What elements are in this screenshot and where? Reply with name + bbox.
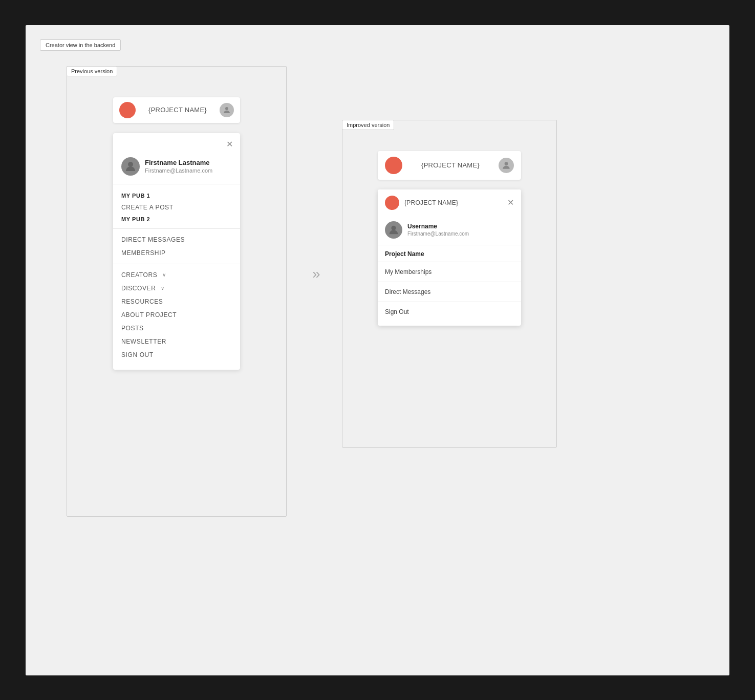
previous-dropdown: ✕ Firstname Lastname Firstname@Lastname.… — [113, 133, 240, 370]
previous-nav-logo — [119, 102, 136, 118]
page-label: Creator view in the backend — [40, 39, 121, 51]
svg-point-1 — [128, 162, 133, 167]
previous-pub1-header: MY PUB 1 — [113, 190, 240, 201]
improved-my-memberships[interactable]: My Memberships — [378, 264, 521, 280]
previous-user-name: Firstname Lastname — [145, 159, 212, 167]
improved-nav-title: {PROJECT NAME} — [402, 161, 499, 169]
improved-user-section: Username Firstname@Lastname.com — [378, 216, 521, 245]
improved-user-name: Username — [407, 223, 469, 231]
improved-user-email: Firstname@Lastname.com — [407, 231, 469, 237]
previous-panel: Previous version {PROJECT NAME} ✕ — [67, 66, 287, 517]
improved-dropdown: {PROJECT NAME} ✕ Username Firstname@Last… — [378, 189, 521, 326]
previous-divider-2 — [113, 264, 240, 264]
previous-discover[interactable]: DISCOVER ∨ — [113, 282, 240, 295]
previous-user-section: Firstname Lastname Firstname@Lastname.co… — [113, 153, 240, 184]
improved-nav-avatar[interactable] — [499, 158, 514, 173]
previous-create-post[interactable]: CREATE A POST — [113, 201, 240, 214]
previous-creators[interactable]: CREATORS ∨ — [113, 268, 240, 282]
svg-point-3 — [391, 225, 396, 230]
improved-direct-messages[interactable]: Direct Messages — [378, 284, 521, 300]
previous-divider-1 — [113, 228, 240, 229]
arrow-symbol: » — [312, 266, 320, 282]
previous-nav-avatar[interactable] — [220, 103, 234, 117]
improved-divider-3 — [378, 302, 521, 302]
improved-sign-out[interactable]: Sign Out — [378, 304, 521, 320]
previous-newsletter[interactable]: NEWSLETTER — [113, 335, 240, 348]
improved-divider-2 — [378, 282, 521, 282]
previous-posts[interactable]: POSTS — [113, 322, 240, 335]
previous-user-email: Firstname@Lastname.com — [145, 167, 212, 174]
previous-sign-out[interactable]: SIGN OUT — [113, 348, 240, 362]
improved-divider-1 — [378, 262, 521, 262]
svg-point-2 — [505, 162, 508, 165]
improved-nav-logo — [385, 157, 402, 174]
arrow-indicator: » — [312, 266, 320, 282]
creators-chevron: ∨ — [162, 272, 166, 278]
improved-panel: Improved version {PROJECT NAME} {PROJECT… — [342, 120, 557, 448]
previous-about-project[interactable]: ABOUT PROJECT — [113, 308, 240, 322]
discover-chevron: ∨ — [161, 285, 165, 291]
improved-dropdown-logo — [385, 196, 399, 210]
main-canvas: Creator view in the backend Previous ver… — [26, 25, 729, 675]
previous-pub2-header: MY PUB 2 — [113, 214, 240, 224]
improved-dropdown-header: {PROJECT NAME} ✕ — [378, 189, 521, 216]
previous-direct-messages[interactable]: DIRECT MESSAGES — [113, 233, 240, 246]
previous-close-button[interactable]: ✕ — [113, 133, 240, 153]
improved-close-button[interactable]: ✕ — [507, 198, 514, 207]
improved-navbar: {PROJECT NAME} — [378, 151, 521, 180]
improved-label: Improved version — [342, 120, 394, 130]
previous-nav-title: {PROJECT NAME} — [136, 106, 220, 114]
previous-label: Previous version — [67, 66, 117, 76]
svg-point-0 — [225, 107, 228, 110]
previous-user-avatar — [121, 157, 140, 176]
previous-membership[interactable]: MEMBERSHIP — [113, 246, 240, 260]
previous-resources[interactable]: RESOURCES — [113, 295, 240, 308]
improved-dropdown-title: {PROJECT NAME} — [404, 199, 507, 206]
improved-project-name: Project Name — [378, 245, 521, 260]
improved-user-avatar — [385, 221, 402, 239]
previous-navbar: {PROJECT NAME} — [113, 97, 240, 123]
